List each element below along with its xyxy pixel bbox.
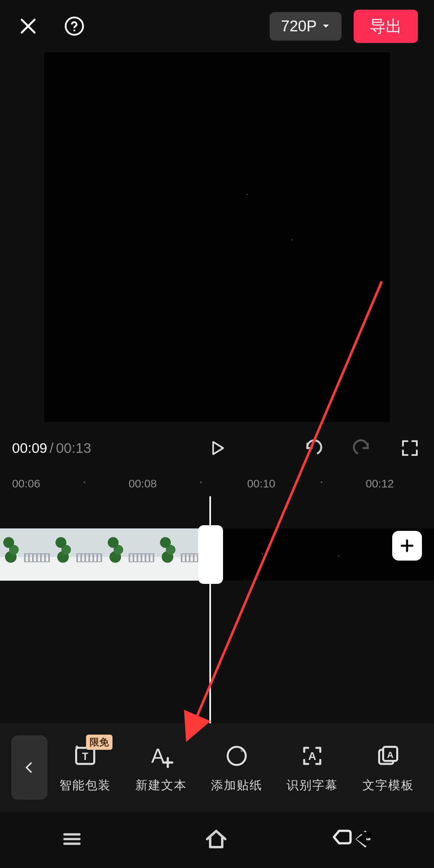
- play-button[interactable]: [205, 436, 229, 460]
- timeline-playhead[interactable]: [209, 496, 211, 753]
- ruler-label: 00:12: [366, 477, 394, 490]
- undo-icon: [303, 438, 324, 459]
- fullscreen-icon: [401, 439, 419, 457]
- tool-label: 智能包装: [59, 777, 111, 794]
- svg-point-1: [74, 29, 76, 31]
- ruler-label: 00:08: [129, 477, 157, 490]
- ruler-tick: [321, 481, 322, 483]
- nav-recent-button[interactable]: [61, 828, 83, 852]
- resolution-button[interactable]: 720P: [270, 12, 342, 41]
- tool-add-sticker[interactable]: 添加贴纸: [205, 742, 269, 794]
- clip-thumbnail: [0, 528, 52, 581]
- transport-bar: 00:09 / 00:13: [0, 432, 434, 464]
- system-navbar: [0, 812, 434, 868]
- caption-detect-icon: A: [298, 742, 326, 770]
- home-icon: [204, 827, 228, 851]
- tool-label: 文字模板: [362, 777, 414, 794]
- back-icon: [329, 825, 354, 850]
- undo-button[interactable]: [301, 436, 326, 460]
- tool-smart-package[interactable]: 限免 T 智能包装: [53, 742, 117, 794]
- chevron-left-icon: [23, 761, 36, 774]
- header-right: 720P 导出: [270, 10, 418, 43]
- resolution-label: 720P: [281, 18, 317, 35]
- toolbar-tools: 限免 T 智能包装 A 新建文本 添加贴纸 A 识别字幕: [47, 742, 434, 794]
- nav-back-button-visual[interactable]: [329, 825, 354, 851]
- noise-speck: [247, 194, 248, 195]
- plus-icon: [399, 538, 415, 554]
- ruler-tick: [200, 481, 202, 483]
- noise-speck: [262, 554, 263, 555]
- help-button[interactable]: [62, 14, 86, 38]
- time-duration: 00:13: [56, 440, 91, 456]
- video-clip[interactable]: [0, 528, 209, 581]
- menu-icon: [61, 828, 83, 850]
- play-icon: [208, 439, 226, 457]
- back-icon: [373, 827, 397, 851]
- video-preview[interactable]: [44, 52, 390, 422]
- export-label: 导出: [370, 17, 402, 35]
- noise-speck: [338, 556, 339, 557]
- tool-text-template[interactable]: A 文字模板: [356, 742, 420, 794]
- sticker-icon: [223, 742, 251, 770]
- svg-text:A: A: [387, 750, 393, 760]
- tool-label: 新建文本: [135, 777, 187, 794]
- timeline-track-area[interactable]: [0, 496, 434, 753]
- noise-speck: [292, 240, 293, 240]
- tool-label: 识别字幕: [287, 777, 338, 794]
- text-toolbar: 限免 T 智能包装 A 新建文本 添加贴纸 A 识别字幕: [0, 723, 434, 812]
- export-button[interactable]: 导出: [354, 10, 418, 43]
- close-button[interactable]: [16, 14, 40, 38]
- text-template-icon: A: [374, 742, 402, 770]
- clip-thumbnail: [104, 528, 157, 581]
- svg-text:A: A: [308, 750, 316, 762]
- time-current: 00:09: [12, 440, 47, 456]
- free-badge: 限免: [86, 735, 113, 750]
- timeline-ruler[interactable]: 00:06 00:08 00:10 00:12: [0, 474, 434, 494]
- nav-home-button[interactable]: [204, 827, 228, 853]
- text-add-icon: A: [147, 742, 175, 770]
- add-clip-button[interactable]: [392, 531, 422, 561]
- ruler-label: 00:10: [247, 477, 275, 490]
- toolbar-back-button[interactable]: [11, 735, 47, 800]
- fullscreen-button[interactable]: [398, 436, 422, 460]
- chevron-down-icon: [321, 22, 330, 31]
- tool-new-text[interactable]: A 新建文本: [129, 742, 193, 794]
- ruler-tick: [84, 481, 85, 483]
- editor-header: 720P 导出: [0, 0, 434, 52]
- clip-thumbnail: [52, 528, 104, 581]
- redo-icon: [351, 438, 372, 459]
- time-separator: /: [50, 440, 54, 456]
- svg-text:A: A: [151, 744, 164, 766]
- ruler-label: 00:06: [12, 477, 40, 490]
- close-icon: [18, 16, 38, 36]
- tool-detect-captions[interactable]: A 识别字幕: [280, 742, 344, 794]
- help-icon: [64, 16, 85, 37]
- svg-text:T: T: [82, 751, 88, 762]
- redo-button[interactable]: [350, 436, 374, 460]
- tool-label: 添加贴纸: [211, 777, 262, 794]
